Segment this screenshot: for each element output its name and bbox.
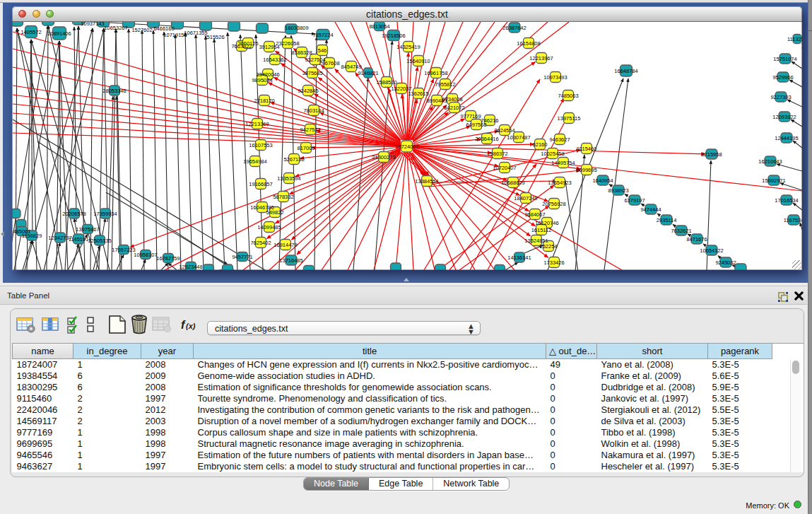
svg-text:10720407: 10720407 [493, 165, 516, 171]
svg-text:26387642: 26387642 [502, 25, 526, 31]
svg-text:1113254: 1113254 [787, 36, 802, 42]
svg-text:2718170: 2718170 [254, 98, 274, 104]
svg-text:10688609: 10688609 [501, 180, 524, 186]
svg-text:1156829: 1156829 [22, 233, 42, 239]
svg-text:3624554: 3624554 [494, 127, 514, 134]
svg-text:3660125: 3660125 [237, 40, 258, 47]
svg-text:2986372: 2986372 [487, 151, 507, 157]
svg-text:152254: 152254 [539, 243, 557, 250]
svg-text:817005: 817005 [297, 145, 314, 151]
svg-text:9245032: 9245032 [715, 259, 736, 266]
svg-text:1145191: 1145191 [69, 236, 89, 243]
svg-text:6379197: 6379197 [624, 197, 645, 204]
svg-text:15640910: 15640910 [406, 58, 430, 64]
svg-text:18724007: 18724007 [395, 144, 418, 150]
svg-text:16782759: 16782759 [156, 255, 180, 262]
svg-text:2935114: 2935114 [657, 217, 677, 223]
svg-text:20891406: 20891406 [47, 30, 71, 37]
svg-text:9777169: 9777169 [460, 113, 481, 119]
svg-text:9146821: 9146821 [358, 70, 378, 76]
svg-text:1588520: 1588520 [376, 79, 396, 86]
svg-text:1640954: 1640954 [592, 177, 613, 184]
svg-text:6421072: 6421072 [444, 105, 464, 111]
svg-text:17359934: 17359934 [93, 211, 117, 217]
svg-text:18407249: 18407249 [514, 195, 537, 201]
svg-text:8215958: 8215958 [701, 151, 722, 158]
svg-text:17957223: 17957223 [112, 247, 135, 253]
svg-text:19654984: 19654984 [243, 158, 266, 165]
svg-text:10025458: 10025458 [541, 151, 564, 157]
svg-text:12093822: 12093822 [772, 114, 796, 120]
svg-text:9474444: 9474444 [640, 206, 661, 213]
svg-text:19166857: 19166857 [249, 181, 272, 187]
svg-text:9895034: 9895034 [252, 77, 272, 83]
svg-text:6734028: 6734028 [442, 96, 462, 103]
svg-text:5878332: 5878332 [273, 194, 293, 200]
svg-text:10120746: 10120746 [535, 220, 558, 226]
svg-text:7625402: 7625402 [250, 240, 271, 246]
svg-text:549822: 549822 [266, 209, 283, 216]
svg-text:10937143: 10937143 [81, 22, 104, 27]
svg-text:9684067: 9684067 [524, 211, 545, 218]
svg-text:15751074: 15751074 [773, 56, 796, 62]
svg-text:16914479: 16914479 [273, 242, 297, 248]
svg-text:13353594: 13353594 [277, 175, 300, 182]
svg-text:14099485: 14099485 [257, 224, 281, 230]
svg-text:1733426: 1733426 [543, 259, 564, 266]
svg-text:12444195: 12444195 [775, 135, 798, 141]
svg-text:14495754: 14495754 [551, 160, 575, 166]
svg-text:14136141: 14136141 [507, 255, 531, 261]
svg-text:8813054: 8813054 [369, 23, 389, 30]
svg-text:9242845: 9242845 [298, 88, 318, 94]
svg-text:12213369: 12213369 [245, 121, 269, 127]
svg-text:20206578: 20206578 [62, 211, 86, 217]
svg-text:20364416: 20364416 [475, 136, 498, 142]
svg-text:28053346: 28053346 [102, 88, 126, 94]
svg-text:7955812: 7955812 [435, 81, 455, 88]
svg-text:13716485: 13716485 [279, 257, 302, 264]
svg-text:13975115: 13975115 [558, 115, 581, 122]
svg-text:1405572: 1405572 [20, 29, 41, 35]
svg-text:7632621: 7632621 [671, 228, 691, 234]
svg-text:23226058: 23226058 [276, 40, 299, 47]
svg-text:16648784: 16648784 [614, 68, 637, 74]
svg-text:8186328: 8186328 [291, 49, 312, 56]
svg-text:21300273: 21300273 [372, 154, 395, 160]
svg-text:7857224: 7857224 [312, 32, 333, 38]
svg-text:9227393: 9227393 [770, 94, 791, 100]
svg-text:2967608: 2967608 [319, 60, 339, 66]
svg-text:10307487: 10307487 [507, 134, 530, 141]
svg-text:9529966: 9529966 [772, 74, 793, 81]
svg-text:16107553: 16107553 [249, 142, 272, 148]
svg-text:19218506: 19218506 [382, 33, 405, 39]
svg-text:15692971: 15692971 [762, 177, 785, 184]
svg-text:10973493: 10973493 [543, 74, 567, 81]
svg-text:(x): (x) [186, 322, 196, 330]
svg-text:12923448: 12923448 [179, 264, 202, 270]
svg-text:16033809: 16033809 [285, 25, 308, 31]
svg-text:20756928: 20756928 [542, 201, 565, 207]
svg-text:8454749: 8454749 [341, 64, 361, 70]
svg-text:6699695: 6699695 [576, 167, 596, 173]
svg-text:7803144: 7803144 [303, 107, 324, 114]
svg-text:12213967: 12213967 [529, 55, 553, 62]
svg-text:10653267: 10653267 [104, 25, 127, 31]
svg-text:14325419: 14325419 [396, 44, 420, 50]
svg-text:62160: 62160 [533, 141, 548, 148]
svg-text:f: f [181, 319, 186, 331]
svg-text:9457771: 9457771 [232, 254, 252, 260]
svg-text:13654923: 13654923 [548, 180, 571, 186]
svg-text:7515526: 7515526 [204, 34, 224, 40]
svg-text:5267130: 5267130 [283, 156, 304, 163]
svg-text:1615112: 1615112 [531, 227, 552, 233]
svg-text:1527602: 1527602 [131, 27, 152, 33]
svg-text:13384554: 13384554 [415, 178, 438, 185]
svg-text:7485063: 7485063 [558, 93, 578, 99]
svg-text:10654122: 10654122 [700, 247, 723, 254]
svg-text:1167534: 1167534 [784, 217, 802, 223]
svg-text:16210643: 16210643 [758, 158, 782, 165]
svg-text:3875685: 3875685 [302, 70, 322, 76]
svg-text:9463627: 9463627 [549, 136, 570, 143]
svg-text:746216: 746216 [481, 117, 498, 124]
svg-text:12505135: 12505135 [88, 238, 111, 244]
